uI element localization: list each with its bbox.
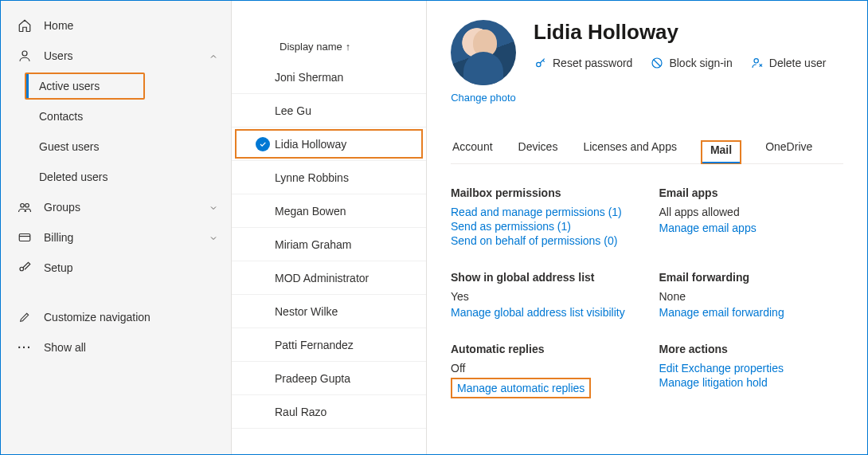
nav-guest-users-label: Guest users — [39, 140, 218, 153]
tabs: Account Devices Licenses and Apps Mail O… — [451, 140, 843, 164]
block-signin-label: Block sign-in — [669, 57, 732, 69]
chevron-down-icon — [209, 202, 218, 212]
tab-devices[interactable]: Devices — [517, 140, 560, 163]
user-name: Joni Sherman — [275, 71, 343, 84]
section-title: More actions — [659, 343, 844, 355]
section-email-forwarding: Email forwarding None Manage email forwa… — [659, 271, 844, 320]
nav-active-users-label: Active users — [39, 80, 131, 92]
tab-mail[interactable]: Mail — [701, 140, 741, 164]
nav-setup[interactable]: Setup — [1, 253, 231, 283]
section-title: Email apps — [659, 186, 844, 199]
nav-customize-label: Customize navigation — [44, 311, 218, 324]
section-mailbox-permissions: Mailbox permissions Read and manage perm… — [451, 186, 635, 249]
nav-groups-label: Groups — [44, 201, 209, 214]
manage-litigation-hold-link[interactable]: Manage litigation hold — [659, 376, 844, 389]
user-row[interactable]: Megan Bowen — [232, 194, 426, 228]
user-row[interactable]: Lidia Holloway — [232, 127, 426, 161]
manage-gal-link[interactable]: Manage global address list visibility — [451, 306, 635, 319]
section-title: Show in global address list — [451, 271, 635, 284]
nav-guest-users[interactable]: Guest users — [1, 131, 231, 162]
ellipsis-icon: ··· — [17, 339, 33, 355]
sort-asc-icon: ↑ — [346, 41, 351, 53]
user-name: Lidia Holloway — [275, 138, 346, 151]
avatar — [451, 20, 516, 85]
user-row[interactable]: Nestor Wilke — [232, 295, 426, 328]
send-as-permissions-link[interactable]: Send as permissions (1) — [451, 220, 635, 233]
groups-icon — [17, 199, 33, 215]
tab-onedrive[interactable]: OneDrive — [764, 140, 814, 163]
user-row[interactable]: Pradeep Gupta — [232, 362, 426, 395]
list-header[interactable]: Display name ↑ — [232, 41, 426, 61]
nav-users[interactable]: Users — [1, 41, 231, 71]
send-on-behalf-permissions-link[interactable]: Send on behalf of permissions (0) — [451, 234, 635, 247]
edit-icon — [17, 309, 33, 325]
nav-setup-label: Setup — [44, 261, 218, 274]
reset-password-label: Reset password — [553, 57, 632, 69]
user-name: Patti Fernandez — [275, 339, 354, 351]
delete-user-button[interactable]: Delete user — [750, 56, 827, 70]
nav-contacts-label: Contacts — [39, 110, 218, 123]
tab-account[interactable]: Account — [451, 140, 495, 163]
user-row[interactable]: Raul Razo — [232, 395, 426, 429]
user-row[interactable]: MOD Administrator — [232, 261, 426, 295]
user-name: Raul Razo — [275, 406, 326, 418]
manage-forwarding-link[interactable]: Manage email forwarding — [659, 306, 844, 319]
user-name: Megan Bowen — [275, 205, 346, 218]
nav-customize[interactable]: Customize navigation — [1, 302, 231, 332]
user-row[interactable]: Miriam Graham — [232, 228, 426, 261]
active-indicator — [26, 74, 29, 98]
user-name: MOD Administrator — [275, 272, 369, 284]
nav-show-all[interactable]: ··· Show all — [1, 332, 231, 363]
edit-exchange-properties-link[interactable]: Edit Exchange properties — [659, 362, 844, 375]
change-photo-link[interactable]: Change photo — [451, 92, 516, 104]
delete-user-icon — [750, 56, 764, 70]
section-gal: Show in global address list Yes Manage g… — [451, 271, 635, 320]
key-icon — [534, 56, 548, 70]
check-slot[interactable] — [251, 137, 275, 151]
detail-panel: Change photo Lidia Holloway Reset passwo… — [427, 1, 867, 454]
section-title: Mailbox permissions — [451, 186, 635, 199]
user-row[interactable]: Patti Fernandez — [232, 328, 426, 362]
gal-status: Yes — [451, 290, 635, 303]
setup-icon — [17, 260, 33, 276]
list-header-label: Display name — [280, 41, 342, 53]
email-apps-status: All apps allowed — [659, 206, 844, 218]
nav-deleted-users[interactable]: Deleted users — [1, 162, 231, 192]
user-name: Pradeep Gupta — [275, 372, 350, 385]
check-icon — [256, 137, 270, 151]
section-more-actions: More actions Edit Exchange properties Ma… — [659, 343, 844, 400]
svg-rect-3 — [19, 234, 30, 241]
section-email-apps: Email apps All apps allowed Manage email… — [659, 186, 844, 249]
nav-billing[interactable]: Billing — [1, 222, 231, 253]
user-row[interactable]: Lynne Robbins — [232, 161, 426, 194]
delete-user-label: Delete user — [769, 57, 827, 69]
user-title: Lidia Holloway — [534, 20, 843, 45]
nav-billing-label: Billing — [44, 231, 209, 244]
tab-licenses[interactable]: Licenses and Apps — [581, 140, 678, 163]
manage-email-apps-link[interactable]: Manage email apps — [659, 222, 844, 234]
nav-active-users[interactable]: Active users — [25, 73, 145, 100]
manage-automatic-replies-link[interactable]: Manage automatic replies — [451, 378, 591, 398]
user-name: Miriam Graham — [275, 238, 351, 251]
nav-home[interactable]: Home — [1, 10, 231, 41]
svg-point-0 — [22, 51, 27, 56]
user-name: Lee Gu — [275, 104, 311, 117]
nav-home-label: Home — [44, 19, 218, 32]
sidebar: Home Users Active users Contacts Guest u… — [1, 1, 232, 454]
svg-point-5 — [537, 62, 541, 66]
user-icon — [17, 48, 33, 64]
user-row[interactable]: Lee Gu — [232, 94, 426, 127]
nav-contacts[interactable]: Contacts — [1, 101, 231, 131]
reset-password-button[interactable]: Reset password — [534, 56, 632, 70]
nav-groups[interactable]: Groups — [1, 192, 231, 222]
user-list: Display name ↑ Joni ShermanLee GuLidia H… — [232, 1, 427, 454]
block-signin-button[interactable]: Block sign-in — [650, 56, 732, 70]
read-manage-permissions-link[interactable]: Read and manage permissions (1) — [451, 206, 635, 218]
user-name: Lynne Robbins — [275, 171, 349, 184]
billing-icon — [17, 229, 33, 245]
block-icon — [650, 56, 664, 70]
user-name: Nestor Wilke — [275, 305, 338, 318]
nav-show-all-label: Show all — [44, 341, 218, 354]
section-title: Email forwarding — [659, 271, 844, 284]
user-row[interactable]: Joni Sherman — [232, 61, 426, 94]
